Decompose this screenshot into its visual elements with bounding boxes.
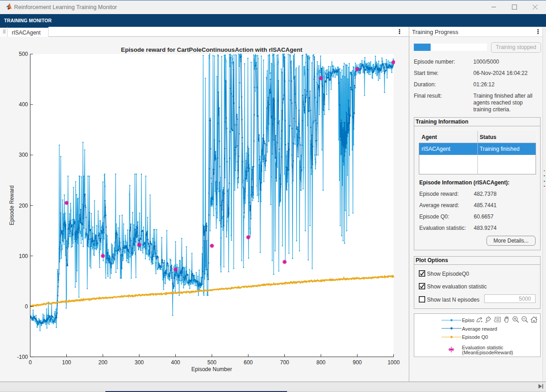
svg-text:1000: 1000 <box>387 359 400 366</box>
svg-text:Episode Reward: Episode Reward <box>9 185 15 225</box>
svg-text:400: 400 <box>171 359 180 366</box>
svg-text:0: 0 <box>29 359 32 366</box>
svg-text:800: 800 <box>316 359 325 366</box>
svg-text:900: 900 <box>352 359 362 366</box>
svg-text:300: 300 <box>19 152 28 158</box>
svg-text:600: 600 <box>243 359 253 366</box>
svg-text:400: 400 <box>19 101 28 108</box>
svg-text:-100: -100 <box>17 354 28 360</box>
svg-text:200: 200 <box>19 203 28 209</box>
svg-text:0: 0 <box>25 303 28 310</box>
svg-text:700: 700 <box>280 359 289 366</box>
svg-text:500: 500 <box>207 359 216 366</box>
svg-text:500: 500 <box>19 51 28 57</box>
svg-text:100: 100 <box>19 253 28 259</box>
svg-text:200: 200 <box>98 359 107 366</box>
svg-text:Episode reward for CartPoleCon: Episode reward for CartPoleContinuousAct… <box>121 46 303 53</box>
svg-text:100: 100 <box>62 359 71 366</box>
svg-text:300: 300 <box>134 359 144 366</box>
svg-text:Episode Number: Episode Number <box>191 366 232 372</box>
